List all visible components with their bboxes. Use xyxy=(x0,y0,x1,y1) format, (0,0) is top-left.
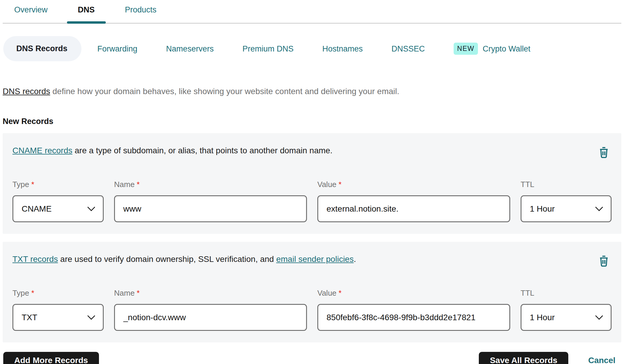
name-input[interactable] xyxy=(114,195,307,222)
subnav-item-crypto-wallet[interactable]: NEW Crypto Wallet xyxy=(454,43,530,55)
ttl-label: TTL xyxy=(521,289,612,297)
type-select[interactable]: TXT xyxy=(12,304,104,331)
type-select-value: CNAME xyxy=(22,204,52,214)
name-label: Name* xyxy=(114,180,307,189)
domain-tabbar: Overview DNS Products xyxy=(3,0,621,24)
value-field: Value* xyxy=(317,180,510,222)
ttl-field: TTL 1 Hour xyxy=(521,180,612,222)
cname-record-card: CNAME records are a type of subdomain, o… xyxy=(3,133,621,234)
cname-records-link[interactable]: CNAME records xyxy=(12,146,72,155)
subnav-item-dns-records[interactable]: DNS Records xyxy=(3,36,81,61)
subnav-item-dnssec[interactable]: DNSSEC xyxy=(391,44,425,54)
required-asterisk: * xyxy=(31,180,34,189)
type-field: Type* CNAME xyxy=(12,180,104,222)
name-field: Name* xyxy=(114,180,307,222)
required-asterisk: * xyxy=(31,289,34,297)
dns-subnav: DNS Records Forwarding Nameservers Premi… xyxy=(3,36,621,61)
footer-right-actions: Save All Records Cancel xyxy=(479,352,621,364)
type-select-value: TXT xyxy=(22,313,37,322)
dns-intro-text: DNS records define how your domain behav… xyxy=(3,86,621,97)
record-description-text: are used to verify domain ownership, SSL… xyxy=(58,255,276,264)
email-sender-policies-link[interactable]: email sender policies xyxy=(276,255,353,264)
subnav-item-forwarding[interactable]: Forwarding xyxy=(97,44,137,54)
value-input[interactable] xyxy=(317,304,510,331)
dns-records-link[interactable]: DNS records xyxy=(3,87,50,96)
chevron-down-icon xyxy=(595,206,604,211)
value-input[interactable] xyxy=(317,195,510,222)
required-asterisk: * xyxy=(137,180,140,189)
chevron-down-icon xyxy=(87,315,96,320)
record-fields-row: Type* CNAME Name* Value* TTL 1 Hour xyxy=(12,180,612,222)
ttl-select[interactable]: 1 Hour xyxy=(521,195,612,222)
name-label: Name* xyxy=(114,289,307,297)
required-asterisk: * xyxy=(137,289,140,297)
value-label: Value* xyxy=(317,180,510,189)
required-asterisk: * xyxy=(339,289,342,297)
ttl-select-value: 1 Hour xyxy=(530,204,555,214)
record-description-tail: . xyxy=(354,255,356,264)
card-header: TXT records are used to verify domain ow… xyxy=(12,254,612,268)
ttl-label: TTL xyxy=(521,180,612,189)
new-records-heading: New Records xyxy=(3,116,621,126)
record-description: CNAME records are a type of subdomain, o… xyxy=(12,145,332,156)
save-all-records-button[interactable]: Save All Records xyxy=(479,352,568,364)
record-description: TXT records are used to verify domain ow… xyxy=(12,254,356,265)
ttl-select-value: 1 Hour xyxy=(530,313,555,322)
crypto-wallet-link[interactable]: Crypto Wallet xyxy=(483,44,530,54)
ttl-field: TTL 1 Hour xyxy=(521,289,612,331)
delete-record-button[interactable] xyxy=(598,146,610,159)
value-label: Value* xyxy=(317,289,510,297)
footer-actions: Add More Records Save All Records Cancel xyxy=(3,352,621,364)
type-field: Type* TXT xyxy=(12,289,104,331)
chevron-down-icon xyxy=(87,206,96,211)
delete-record-button[interactable] xyxy=(598,255,610,268)
name-input[interactable] xyxy=(114,304,307,331)
new-badge: NEW xyxy=(454,43,478,55)
value-field: Value* xyxy=(317,289,510,331)
txt-record-card: TXT records are used to verify domain ow… xyxy=(3,242,621,342)
txt-records-link[interactable]: TXT records xyxy=(12,255,58,264)
tab-products[interactable]: Products xyxy=(114,0,168,23)
subnav-item-hostnames[interactable]: Hostnames xyxy=(322,44,363,54)
ttl-select[interactable]: 1 Hour xyxy=(521,304,612,331)
subnav-item-nameservers[interactable]: Nameservers xyxy=(166,44,214,54)
tab-dns[interactable]: DNS xyxy=(67,0,106,23)
chevron-down-icon xyxy=(595,315,604,320)
name-field: Name* xyxy=(114,289,307,331)
record-description-text: are a type of subdomain, or alias, that … xyxy=(72,146,332,155)
subnav-item-premium-dns[interactable]: Premium DNS xyxy=(242,44,294,54)
dns-management-page: Overview DNS Products DNS Records Forwar… xyxy=(0,0,624,364)
card-header: CNAME records are a type of subdomain, o… xyxy=(12,145,612,159)
trash-icon xyxy=(598,255,610,268)
tab-overview[interactable]: Overview xyxy=(3,0,59,23)
type-select[interactable]: CNAME xyxy=(12,195,104,222)
cancel-link[interactable]: Cancel xyxy=(588,356,615,364)
type-label: Type* xyxy=(12,289,104,297)
trash-icon xyxy=(598,146,610,159)
type-label: Type* xyxy=(12,180,104,189)
add-more-records-button[interactable]: Add More Records xyxy=(3,352,99,364)
required-asterisk: * xyxy=(339,180,342,189)
record-fields-row: Type* TXT Name* Value* TTL 1 Hour xyxy=(12,289,612,331)
intro-text: define how your domain behaves, like sho… xyxy=(50,87,399,96)
